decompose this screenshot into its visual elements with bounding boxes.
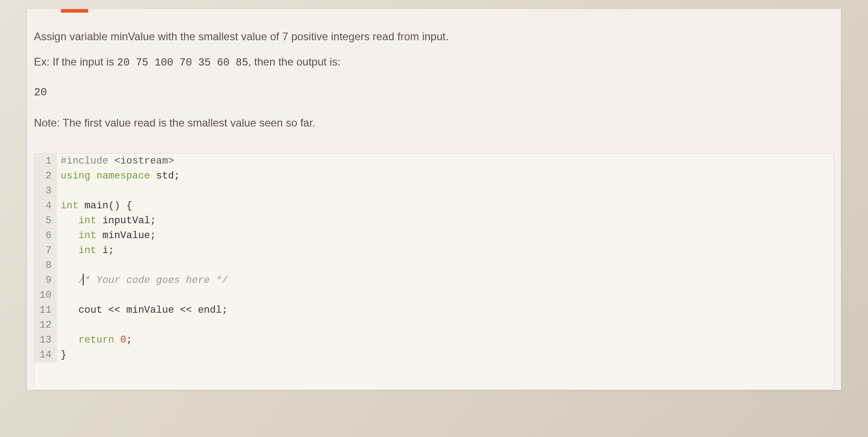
line-number: 2 — [34, 169, 57, 183]
code-content[interactable]: return 0; — [57, 333, 132, 348]
code-token: <iostream> — [114, 155, 174, 167]
code-token: #include — [61, 155, 114, 167]
example-suffix: , then the output is: — [248, 56, 340, 68]
code-token: ; — [174, 170, 180, 182]
code-editor[interactable]: 1#include <iostream>2using namespace std… — [34, 153, 834, 390]
code-token: i; — [102, 245, 114, 256]
code-content[interactable]: using namespace std; — [57, 169, 180, 183]
code-line[interactable]: 3 — [34, 183, 834, 198]
text-cursor — [83, 274, 84, 286]
code-line[interactable]: 12 — [34, 318, 834, 333]
code-token: 0 — [120, 334, 126, 346]
example-input: 20 75 100 70 35 60 85 — [117, 57, 248, 69]
code-token: () { — [108, 200, 132, 211]
code-content[interactable]: int inputVal; — [57, 213, 156, 228]
code-token — [61, 215, 79, 226]
code-token: std — [156, 170, 174, 182]
code-content[interactable]: int i; — [57, 243, 114, 258]
line-number: 14 — [34, 348, 57, 362]
code-token: int — [79, 230, 103, 241]
code-token: minValue; — [102, 230, 156, 241]
code-line[interactable]: 13 return 0; — [34, 333, 834, 348]
code-content[interactable] — [57, 288, 66, 303]
code-content[interactable]: cout << minValue << endl; — [57, 303, 228, 318]
code-token: using — [61, 170, 96, 182]
code-line[interactable]: 8 — [34, 258, 834, 273]
line-number: 8 — [34, 258, 57, 273]
code-line[interactable]: 6 int minValue; — [34, 228, 834, 243]
code-content[interactable]: } — [57, 348, 66, 362]
line-number: 5 — [34, 213, 57, 228]
code-token — [61, 275, 79, 286]
badge-indicator — [61, 9, 88, 13]
code-content[interactable]: int main() { — [57, 198, 132, 213]
code-token: ; — [126, 334, 132, 346]
problem-note: Note: The first value read is the smalle… — [34, 114, 834, 132]
code-content[interactable] — [57, 258, 66, 273]
code-token: int — [61, 200, 85, 211]
code-content[interactable] — [57, 183, 66, 198]
code-token: } — [61, 349, 66, 361]
code-token: int — [79, 245, 103, 256]
code-line[interactable]: 11 cout << minValue << endl; — [34, 303, 834, 318]
code-line[interactable]: 4int main() { — [34, 198, 834, 213]
line-number: 10 — [34, 288, 57, 303]
problem-description: Assign variable minValue with the smalle… — [34, 28, 834, 45]
code-line[interactable]: 14} — [34, 348, 834, 362]
code-content[interactable]: /* Your code goes here */ — [57, 273, 228, 288]
code-line[interactable]: 9 /* Your code goes here */ — [34, 273, 834, 288]
code-token — [61, 230, 79, 241]
code-token — [61, 245, 79, 256]
line-number: 11 — [34, 303, 57, 318]
code-token: return — [79, 334, 120, 346]
code-token: namespace — [96, 170, 156, 182]
line-number: 9 — [34, 273, 57, 288]
line-number: 13 — [34, 333, 57, 348]
code-content[interactable]: #include <iostream> — [57, 154, 174, 169]
code-content[interactable] — [57, 318, 66, 333]
problem-example: Ex: If the input is 20 75 100 70 35 60 8… — [34, 53, 834, 71]
code-token: cout << minValue << endl; — [61, 305, 228, 316]
code-token: main — [85, 200, 108, 211]
code-line[interactable]: 5 int inputVal; — [34, 213, 834, 228]
code-token — [61, 334, 79, 346]
code-line[interactable]: 10 — [34, 288, 834, 303]
example-output: 20 — [34, 80, 834, 106]
line-number: 3 — [34, 183, 57, 198]
problem-container: Assign variable minValue with the smalle… — [27, 9, 841, 390]
code-line[interactable]: 2using namespace std; — [34, 169, 834, 183]
code-token: inputVal; — [102, 215, 156, 226]
line-number: 12 — [34, 318, 57, 333]
code-token: int — [79, 215, 103, 226]
example-prefix: Ex: If the input is — [34, 56, 117, 68]
code-line[interactable]: 1#include <iostream> — [34, 154, 834, 169]
line-number: 7 — [34, 243, 57, 258]
problem-statement: Assign variable minValue with the smalle… — [27, 28, 841, 149]
line-number: 4 — [34, 198, 57, 213]
code-token: /* Your code goes here */ — [79, 275, 228, 286]
line-number: 6 — [34, 228, 57, 243]
code-content[interactable]: int minValue; — [57, 228, 156, 243]
line-number: 1 — [34, 154, 57, 169]
code-line[interactable]: 7 int i; — [34, 243, 834, 258]
